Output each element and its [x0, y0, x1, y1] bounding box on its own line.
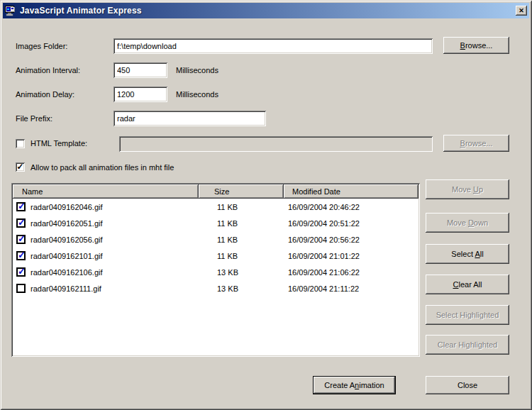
file-modified: 16/09/2004 21:11:22	[284, 284, 419, 293]
images-folder-input[interactable]	[113, 38, 433, 54]
file-list-header: Name Size Modified Date	[13, 184, 419, 199]
table-row[interactable]: radar0409162106.gif 13 KB 16/09/2004 21:…	[13, 264, 419, 280]
file-size: 11 KB	[199, 219, 284, 228]
move-up-button: Move Up	[426, 179, 509, 199]
animation-interval-label: Animation Interval:	[16, 66, 80, 74]
html-template-checkbox[interactable]	[16, 139, 25, 148]
animation-delay-label: Animation Delay:	[16, 90, 74, 99]
row-checkbox[interactable]	[16, 251, 26, 260]
file-name: radar0409162106.gif	[31, 268, 103, 277]
select-all-button[interactable]: Select All	[426, 244, 509, 264]
file-name: radar0409162051.gif	[31, 219, 103, 228]
file-name: radar0409162056.gif	[31, 236, 103, 244]
browse-images-button[interactable]: Browse...	[443, 37, 509, 54]
column-header-modified[interactable]: Modified Date	[284, 184, 419, 199]
file-size: 13 KB	[199, 284, 284, 293]
window-title: JavaScript Animator Express	[20, 6, 516, 16]
column-header-size[interactable]: Size	[199, 184, 284, 199]
file-modified: 16/09/2004 20:56:22	[284, 236, 419, 244]
row-checkbox[interactable]	[16, 267, 26, 277]
pack-mht-checkbox[interactable]	[16, 162, 25, 172]
clear-highlighted-button: Clear Highlighted	[426, 335, 509, 355]
file-prefix-input[interactable]	[113, 111, 266, 126]
table-row[interactable]: radar0409162051.gif 11 KB 16/09/2004 20:…	[13, 215, 419, 231]
file-name: radar0409162101.gif	[31, 252, 103, 260]
table-row[interactable]: radar0409162101.gif 11 KB 16/09/2004 21:…	[13, 248, 419, 264]
animation-delay-input[interactable]	[113, 87, 167, 102]
create-animation-button[interactable]: Create Animation	[313, 376, 396, 394]
file-size: 13 KB	[199, 268, 284, 277]
row-checkbox[interactable]	[16, 284, 26, 293]
move-down-button: Move Down	[426, 213, 509, 233]
close-button[interactable]: Close	[426, 376, 509, 394]
select-highlighted-button: Select Highlighted	[426, 305, 509, 325]
file-size: 11 KB	[199, 236, 284, 244]
clear-all-button[interactable]: Clear All	[426, 275, 509, 294]
column-header-name[interactable]: Name	[13, 184, 199, 199]
html-template-label: HTML Template:	[31, 139, 87, 148]
file-modified: 16/09/2004 21:06:22	[284, 268, 419, 277]
file-modified: 16/09/2004 20:46:22	[284, 203, 419, 211]
animation-delay-unit: Milliseconds	[176, 90, 218, 99]
file-list[interactable]: Name Size Modified Date radar0409162046.…	[11, 183, 420, 357]
file-prefix-label: File Prefix:	[16, 114, 52, 123]
file-modified: 16/09/2004 20:51:22	[284, 219, 419, 228]
images-folder-label: Images Folder:	[16, 42, 67, 50]
row-checkbox[interactable]	[16, 218, 26, 228]
file-size: 11 KB	[199, 203, 284, 211]
animation-interval-input[interactable]	[113, 62, 167, 78]
table-row[interactable]: radar0409162056.gif 11 KB 16/09/2004 20:…	[13, 231, 419, 248]
table-row[interactable]: radar0409162046.gif 11 KB 16/09/2004 20:…	[13, 199, 419, 215]
file-size: 11 KB	[199, 252, 284, 260]
row-checkbox[interactable]	[16, 202, 26, 211]
pack-mht-label: Allow to pack all animation files in mht…	[31, 163, 174, 172]
file-name: radar0409162046.gif	[31, 203, 103, 211]
close-icon[interactable]: ✕	[516, 6, 527, 16]
file-modified: 16/09/2004 21:01:22	[284, 252, 419, 260]
app-icon	[5, 5, 16, 16]
animation-interval-unit: Milliseconds	[176, 66, 218, 74]
browse-template-button: Browse...	[443, 135, 509, 152]
title-bar[interactable]: JavaScript Animator Express ✕	[3, 3, 529, 18]
row-checkbox[interactable]	[16, 235, 26, 244]
dialog-javascript-animator-express: JavaScript Animator Express ✕ Images Fol…	[0, 0, 532, 410]
html-template-input	[119, 136, 433, 152]
file-name: radar0409162111.gif	[31, 284, 101, 293]
table-row[interactable]: radar0409162111.gif 13 KB 16/09/2004 21:…	[13, 280, 419, 297]
